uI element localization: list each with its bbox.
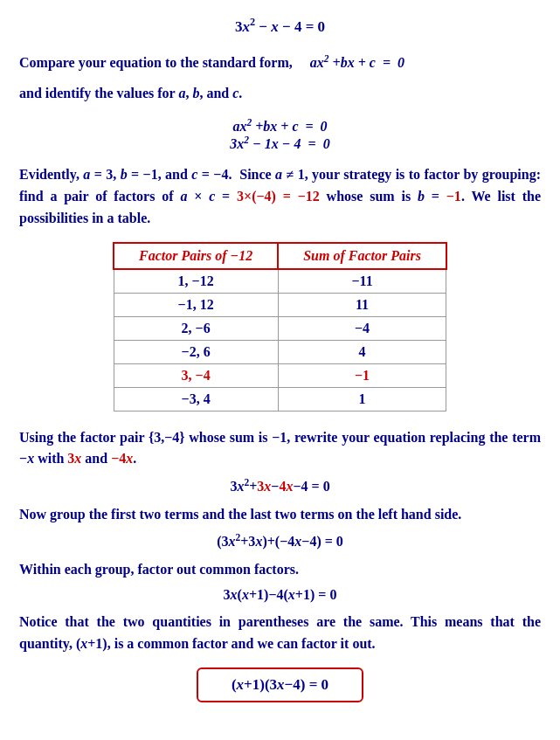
table-row: 2, −6 −4 (114, 316, 446, 340)
rewritten-equation: 3x2+3x−4x−4 = 0 (19, 477, 541, 494)
final-equation-wrapper: (x+1)(3x−4) = 0 (19, 667, 541, 702)
sum-1: −11 (278, 269, 446, 294)
table-header-factors: Factor Pairs of −12 (114, 243, 278, 269)
final-equation: (x+1)(3x−4) = 0 (197, 667, 363, 702)
table-row: −3, 4 1 (114, 387, 446, 411)
identify-paragraph: and identify the values for a, b, and c. (19, 83, 541, 105)
table-header-sum: Sum of Factor Pairs (278, 243, 446, 269)
table-row: −2, 6 4 (114, 340, 446, 363)
factored-equation: 3x(x+1)−4(x+1) = 0 (19, 587, 541, 603)
factor-pair-6: −3, 4 (114, 387, 278, 411)
title-equation: 3x2 − x − 4 = 0 (19, 16, 541, 36)
using-factor-paragraph: Using the factor pair {3,−4} whose sum i… (19, 427, 541, 471)
factor-pairs-table: Factor Pairs of −12 Sum of Factor Pairs … (113, 242, 447, 411)
factor-pair-4: −2, 6 (114, 340, 278, 363)
factor-pair-2: −1, 12 (114, 293, 278, 316)
sum-4: 4 (278, 340, 446, 363)
factor-pair-3: 2, −6 (114, 316, 278, 340)
table-row: 1, −12 −11 (114, 269, 446, 294)
compare-paragraph: Compare your equation to the standard fo… (19, 52, 541, 74)
grouped-equation: (3x2+3x)+(−4x−4) = 0 (19, 532, 541, 550)
sum-3: −4 (278, 316, 446, 340)
evidently-paragraph: Evidently, a = 3, b = −1, and c = −4. Si… (19, 164, 541, 229)
factor-out-paragraph: Within each group, factor out common fac… (19, 559, 541, 581)
factor-pair-5: 3, −4 (114, 363, 278, 387)
notice-paragraph: Notice that the two quantities in parent… (19, 612, 541, 655)
factor-table-wrapper: Factor Pairs of −12 Sum of Factor Pairs … (19, 242, 541, 411)
aligned-equations: ax2 +bx + c = 0 3x2 − 1x − 4 = 0 (19, 117, 541, 153)
aligned-line1: ax2 +bx + c = 0 (19, 117, 541, 135)
factor-pair-1: 1, −12 (114, 269, 278, 294)
group-paragraph: Now group the first two terms and the la… (19, 504, 541, 526)
sum-2: 11 (278, 293, 446, 316)
table-row-highlight: 3, −4 −1 (114, 363, 446, 387)
sum-6: 1 (278, 387, 446, 411)
table-row: −1, 12 11 (114, 293, 446, 316)
aligned-line2: 3x2 − 1x − 4 = 0 (19, 135, 541, 152)
sum-5: −1 (278, 363, 446, 387)
